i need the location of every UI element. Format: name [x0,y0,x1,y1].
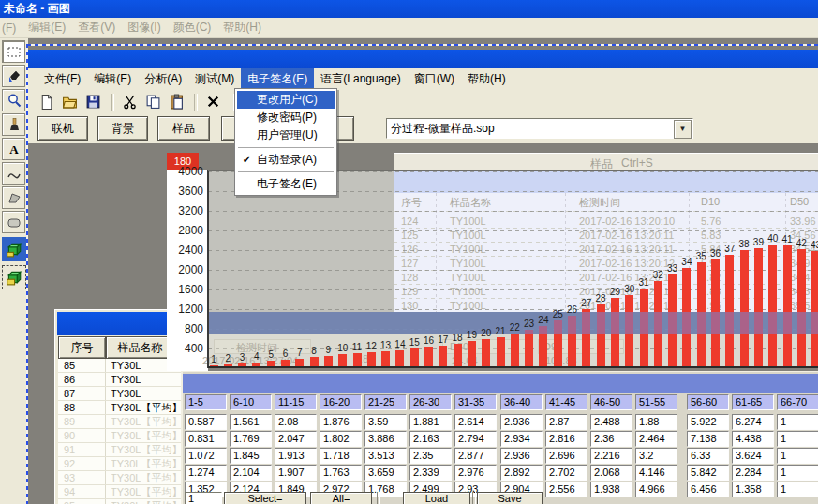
paint-menu-item-3[interactable]: 图像(I) [127,20,160,36]
list-row[interactable]: 85TY30L [58,359,181,373]
dist-value-cell[interactable]: 2.934 [500,431,543,447]
dist-value-cell[interactable]: 3.886 [364,431,407,447]
dist-value-cell[interactable]: 1 [777,414,818,430]
list-row[interactable]: 88TY30L【平均】 [58,401,181,415]
app-menu-文件F[interactable]: 文件(F) [37,68,87,90]
dist-value-cell[interactable]: 5.922 [687,414,729,430]
dist-value-cell[interactable]: 1.072 [185,448,227,464]
dist-value-cell[interactable]: 2.877 [454,448,497,464]
dist-value-cell[interactable]: 1.763 [320,465,362,481]
paint-menu-item-0[interactable]: (F) [2,22,16,35]
sop-file-combobox[interactable]: 分过程-微量样品.sop ▼ [386,118,693,139]
dist-value-cell[interactable]: 2.068 [590,465,632,481]
cut-button[interactable] [119,93,140,111]
menu-item-更改用户C[interactable]: 更改用户(C) [237,91,335,109]
new-file-button[interactable] [36,93,56,111]
list-row[interactable]: 87TY30L [58,387,181,401]
dist-value-cell[interactable]: 3.659 [364,465,407,481]
menu-item-修改密码P[interactable]: 修改密码(P) [237,109,335,126]
dist-value-cell[interactable]: 2.87 [545,414,587,430]
footer-button-Select[interactable]: Select= [224,492,306,504]
list-row[interactable]: 95TY30L【平均】 [58,499,181,504]
footer-button-All[interactable]: All= [310,492,372,504]
text-tool-tool-button[interactable]: A [2,138,25,160]
dist-value-cell[interactable]: 1.88 [635,414,677,430]
dist-value-cell[interactable]: 1.913 [275,448,317,464]
dist-value-cell[interactable]: 2.284 [732,465,774,481]
dist-value-cell[interactable]: 2.35 [409,448,452,464]
dist-value-cell[interactable]: 6.33 [687,448,729,464]
dist-value-cell[interactable]: 2.702 [545,465,587,481]
dist-value-cell[interactable]: 2.976 [454,465,497,481]
menu-item-用户管理U[interactable]: 用户管理(U) [237,126,335,144]
app-menu-测试M[interactable]: 测试(M) [188,68,241,90]
quick-button-联机[interactable]: 联机 [37,116,88,141]
list-row[interactable]: 92TY30L【平均】 [58,457,181,471]
curve-tool-button[interactable] [2,162,25,185]
dist-value-cell[interactable]: 1.274 [185,465,227,481]
dist-value-cell[interactable]: 1 [777,431,818,447]
paste-button[interactable] [166,93,186,111]
dist-value-cell[interactable]: 2.816 [545,431,587,447]
footer-button-Save[interactable]: Save [477,492,543,504]
app-menu-语言Language[interactable]: 语言(Language) [314,68,407,90]
delete-button[interactable] [202,93,223,111]
green-cube-canvas-icon[interactable] [2,237,26,261]
copy-button[interactable] [142,93,163,111]
paint-menu-item-1[interactable]: 编辑(E) [28,20,66,36]
chevron-down-icon[interactable]: ▼ [674,120,692,139]
fill-bucket-tool-button[interactable] [2,65,25,87]
dist-value-cell[interactable]: 2.696 [545,448,587,464]
dist-value-cell[interactable]: 2.08 [275,414,317,430]
dist-value-cell[interactable]: 2.556 [545,482,587,497]
distribution-table-title-band[interactable] [183,374,818,393]
paint-menu-item-4[interactable]: 颜色(C) [173,20,212,36]
list-row[interactable]: 86TY30L [58,373,181,387]
menu-item-自动登录A[interactable]: 自动登录(A)✔ [237,151,335,169]
polygon-tool-button[interactable] [2,186,25,209]
dist-value-cell[interactable]: 2.36 [590,431,632,447]
dist-value-cell[interactable]: 1.769 [230,431,272,447]
dist-value-cell[interactable]: 2.488 [590,414,632,430]
app-menu-编辑E[interactable]: 编辑(E) [87,68,138,90]
dist-value-cell[interactable]: 3.513 [364,448,407,464]
dist-value-cell[interactable]: 4.438 [732,431,774,447]
magnifier-tool-button[interactable] [2,89,25,111]
dist-value-cell[interactable]: 5.842 [687,465,729,481]
dist-value-cell[interactable]: 2.163 [409,431,452,447]
dist-value-cell[interactable]: 2.892 [500,465,543,481]
selection-marquee-top[interactable] [27,44,818,46]
dist-value-cell[interactable]: 2.936 [500,414,543,430]
menu-item-电子签名E[interactable]: 电子签名(E) [237,175,335,193]
open-file-button[interactable] [59,93,80,111]
sample-list-titlebar[interactable] [57,312,180,335]
dist-value-cell[interactable]: 2.216 [590,448,632,464]
list-row[interactable]: 93TY30L【平均】 [58,471,181,485]
dist-value-cell[interactable]: 7.138 [687,431,729,447]
dist-value-cell[interactable]: 3.59 [364,414,407,430]
dist-value-cell[interactable]: 1.938 [590,482,632,497]
paint-menu-item-2[interactable]: 查看(V) [78,20,115,36]
app-menu-窗口W[interactable]: 窗口(W) [408,68,461,90]
brush-tool-button[interactable] [2,113,25,136]
dist-value-cell[interactable]: 1.802 [320,431,362,447]
quick-button-样品[interactable]: 样品 [157,116,210,141]
save-file-button[interactable] [82,93,103,111]
dist-value-cell[interactable]: 2.339 [409,465,452,481]
dist-value-cell[interactable]: 2.464 [635,431,677,447]
dist-value-cell[interactable]: 2.614 [454,414,497,430]
dist-value-cell[interactable]: 1 [777,465,818,481]
dist-value-cell[interactable]: 1.358 [732,482,774,497]
list-row[interactable]: 91TY30L【平均】 [58,443,181,457]
dist-value-cell[interactable]: 1.561 [230,414,272,430]
dist-value-cell[interactable]: 2.104 [230,465,272,481]
dist-value-cell[interactable]: 6.456 [687,482,729,497]
dist-value-cell[interactable]: 0.831 [185,431,227,447]
app-menu-电子签名E[interactable]: 电子签名(E) [241,68,314,90]
list-row[interactable]: 89TY30L【平均】 [58,415,181,429]
green-cube-paste-canvas-icon[interactable] [2,265,26,289]
count-input[interactable]: 1 [185,492,222,504]
rounded-rectangle-tool-button[interactable] [2,211,25,233]
dist-value-cell[interactable]: 6.274 [732,414,774,430]
dist-value-cell[interactable]: 3.2 [635,448,677,464]
